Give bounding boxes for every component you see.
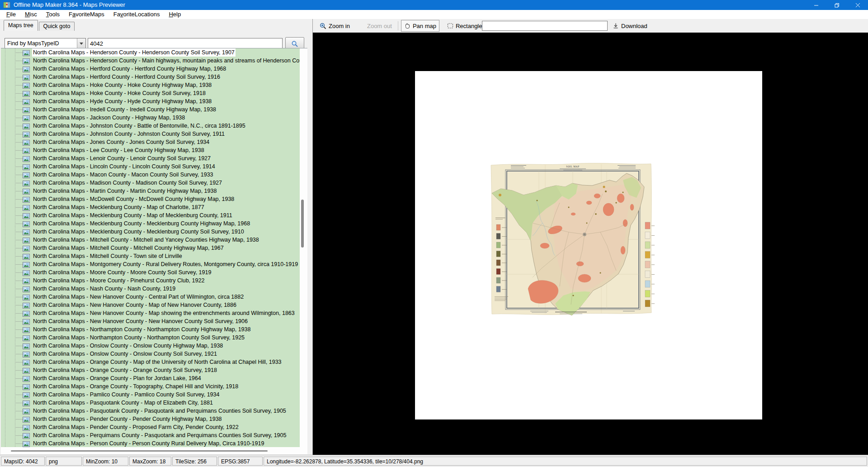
tree-item[interactable]: North Carolina Maps - Hertford County - …	[1, 65, 300, 73]
map-image-icon	[23, 139, 30, 145]
tree-item[interactable]: North Carolina Maps - Lenoir County - Le…	[1, 154, 300, 162]
status-bar: MapsID: 4042pngMinZoom: 10MaxZoom: 18Til…	[0, 455, 868, 467]
tree-item-label: North Carolina Maps - Mecklenburg County…	[32, 228, 245, 236]
tree-item[interactable]: North Carolina Maps - Hoke County - Hoke…	[1, 81, 300, 89]
menu-help[interactable]: Help	[164, 10, 185, 19]
tree-item[interactable]: North Carolina Maps - Mecklenburg County…	[1, 219, 300, 228]
tree-item[interactable]: North Carolina Maps - New Hanover County…	[1, 317, 300, 325]
map-image-icon	[23, 107, 30, 113]
map-image-icon	[23, 367, 30, 373]
tree-item[interactable]: North Carolina Maps - Hertford County - …	[1, 73, 300, 81]
app-icon	[3, 1, 10, 9]
map-image-icon	[23, 115, 30, 121]
tree-item[interactable]: North Carolina Maps - Johnston County - …	[1, 130, 300, 138]
map-image-icon	[23, 286, 30, 292]
tree-item[interactable]: North Carolina Maps - Moore County - Pin…	[1, 276, 300, 285]
tree-item[interactable]: North Carolina Maps - Iredell County - I…	[1, 105, 300, 114]
tree-item[interactable]: North Carolina Maps - Onslow County - On…	[1, 342, 300, 350]
minimize-button[interactable]	[806, 0, 826, 10]
search-icon	[291, 40, 298, 48]
tree-item[interactable]: North Carolina Maps - New Hanover County…	[1, 309, 300, 317]
tree-item[interactable]: North Carolina Maps - Hoke County - Hoke…	[1, 89, 300, 97]
tree-item[interactable]: North Carolina Maps - New Hanover County…	[1, 293, 300, 301]
menu-file[interactable]: File	[2, 10, 20, 19]
tree-item[interactable]: North Carolina Maps - Henderson County -…	[1, 48, 300, 57]
tree-item[interactable]: North Carolina Maps - Perquimans County …	[1, 431, 300, 439]
toolbar-input[interactable]	[482, 21, 608, 31]
tree-item[interactable]: North Carolina Maps - Person County - Pe…	[1, 439, 300, 448]
tree-item[interactable]: North Carolina Maps - Mecklenburg County…	[1, 228, 300, 236]
tree-item-label: North Carolina Maps - Henderson County -…	[32, 57, 300, 65]
tree-item[interactable]: North Carolina Maps - Orange County - To…	[1, 382, 300, 391]
tree-item[interactable]: North Carolina Maps - Northampton County…	[1, 325, 300, 334]
tree-item[interactable]: North Carolina Maps - Mitchell County - …	[1, 244, 300, 252]
chevron-down-icon[interactable]	[77, 38, 85, 48]
rectangle-button[interactable]: Rectangle	[444, 20, 486, 32]
maps-panel: Maps tree Quick goto Find by MapsTypeID …	[0, 19, 313, 455]
tree-item[interactable]: North Carolina Maps - Nash County - Nash…	[1, 285, 300, 293]
tree-item[interactable]: North Carolina Maps - Orange County - Pl…	[1, 374, 300, 382]
map-image-icon	[23, 319, 30, 324]
tree-item[interactable]: North Carolina Maps - Moore County - Moo…	[1, 268, 300, 276]
restore-button[interactable]	[826, 0, 847, 10]
tree-item[interactable]: North Carolina Maps - Pender County - Pr…	[1, 423, 300, 431]
menu-favoritelocations[interactable]: FavoriteLocations	[109, 10, 165, 19]
tree-item[interactable]: North Carolina Maps - Pamlico County - P…	[1, 391, 300, 399]
tree-item[interactable]: North Carolina Maps - Lee County - Lee C…	[1, 146, 300, 154]
tree-item[interactable]: North Carolina Maps - Pender County - Pe…	[1, 415, 300, 423]
tree-item[interactable]: North Carolina Maps - Onslow County - On…	[1, 350, 300, 358]
tree-vertical-scrollbar[interactable]	[301, 200, 304, 248]
tab-maps-tree[interactable]: Maps tree	[4, 20, 38, 31]
tree-item[interactable]: North Carolina Maps - Northampton County…	[1, 334, 300, 342]
menu-misc[interactable]: Misc	[20, 10, 42, 19]
tree-item[interactable]: North Carolina Maps - Pasquotank County …	[1, 399, 300, 407]
tree-item[interactable]: North Carolina Maps - Orange County - Ma…	[1, 358, 300, 366]
map-image-icon	[23, 302, 30, 308]
map-image-icon	[23, 196, 30, 202]
tree-item[interactable]: North Carolina Maps - New Hanover County…	[1, 301, 300, 309]
map-image-icon	[23, 310, 30, 316]
tree-item-label: North Carolina Maps - Johnston County - …	[32, 130, 226, 138]
tree-horizontal-scrollbar[interactable]	[1, 447, 307, 454]
tree-item[interactable]: North Carolina Maps - Mecklenburg County…	[1, 211, 300, 219]
tab-quick-goto[interactable]: Quick goto	[39, 22, 75, 31]
map-viewport[interactable]: SOIL MAP	[313, 33, 868, 455]
tree-item[interactable]: North Carolina Maps - Mecklenburg County…	[1, 203, 300, 211]
tree-item[interactable]: North Carolina Maps - Madison County - M…	[1, 179, 300, 187]
tree-item-label: North Carolina Maps - Lincoln County - L…	[32, 162, 216, 171]
tree-item[interactable]: North Carolina Maps - Johnston County - …	[1, 122, 300, 130]
tree-item[interactable]: North Carolina Maps - Martin County - Ma…	[1, 187, 300, 195]
tree-item[interactable]: North Carolina Maps - Pasquotank County …	[1, 407, 300, 415]
download-icon	[613, 23, 619, 29]
tree-item[interactable]: North Carolina Maps - Mitchell County - …	[1, 236, 300, 244]
download-button[interactable]: Download	[609, 20, 651, 32]
tree-item-label: North Carolina Maps - New Hanover County…	[32, 317, 249, 325]
map-image-icon	[23, 343, 30, 349]
status-panel-0: MapsID: 4042	[1, 457, 45, 466]
map-image-icon	[23, 278, 30, 284]
tree-item-label: North Carolina Maps - Johnston County - …	[32, 122, 246, 130]
tree-item[interactable]: North Carolina Maps - Jackson County - H…	[1, 114, 300, 122]
tree-item-label: North Carolina Maps - Orange County - Or…	[32, 366, 218, 374]
map-image-icon	[23, 253, 30, 259]
map-image-icon	[23, 74, 30, 80]
tree-item[interactable]: North Carolina Maps - Macon County - Mac…	[1, 171, 300, 179]
tree-item[interactable]: North Carolina Maps - Orange County - Or…	[1, 366, 300, 374]
tree-item[interactable]: North Carolina Maps - McDowell County - …	[1, 195, 300, 203]
tree-item[interactable]: North Carolina Maps - Montgomery County …	[1, 260, 300, 268]
map-image-icon	[23, 351, 30, 357]
scrollbar-thumb[interactable]	[11, 450, 268, 452]
menu-tools[interactable]: Tools	[42, 10, 64, 19]
tree-item[interactable]: North Carolina Maps - Jones County - Jon…	[1, 138, 300, 146]
tree-item[interactable]: North Carolina Maps - Lincoln County - L…	[1, 162, 300, 171]
map-image-icon	[23, 294, 30, 300]
tree-item[interactable]: North Carolina Maps - Henderson County -…	[1, 57, 300, 65]
pan-map-button[interactable]: Pan map	[401, 20, 439, 32]
menu-favoritemaps[interactable]: FavoriteMaps	[64, 10, 109, 19]
tree-item[interactable]: North Carolina Maps - Hyde County - Hyde…	[1, 97, 300, 105]
zoom-in-button[interactable]: Zoom in	[316, 20, 353, 32]
close-button[interactable]	[847, 0, 868, 10]
find-mode-dropdown[interactable]: Find by MapsTypeID	[5, 38, 86, 49]
search-input[interactable]	[88, 38, 283, 49]
tree-item[interactable]: North Carolina Maps - Mitchell County - …	[1, 252, 300, 260]
